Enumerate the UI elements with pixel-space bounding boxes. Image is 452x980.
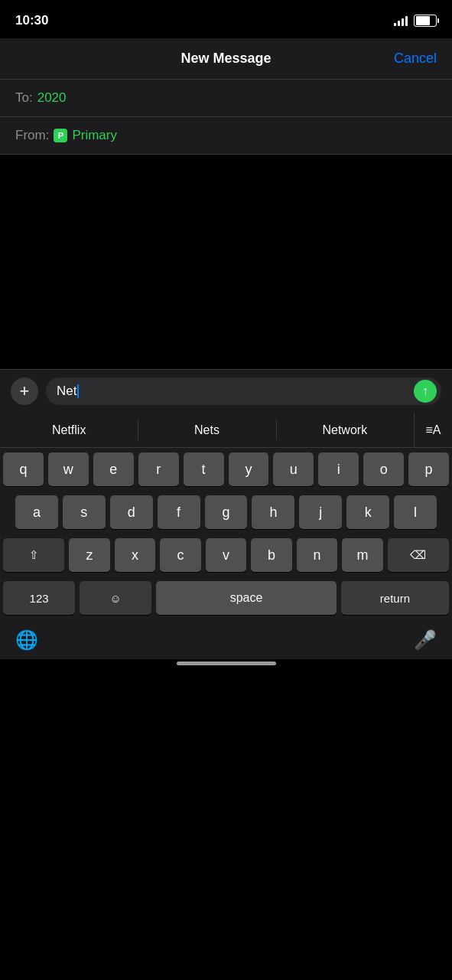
cancel-button[interactable]: Cancel xyxy=(394,51,437,67)
key-q[interactable]: q xyxy=(3,452,44,486)
autocomplete-format-button[interactable]: ≡A xyxy=(414,413,452,447)
send-button[interactable]: ↑ xyxy=(414,380,437,403)
compose-header: New Message Cancel xyxy=(0,38,452,80)
key-return[interactable]: return xyxy=(341,581,449,615)
key-p[interactable]: p xyxy=(408,452,449,486)
home-indicator xyxy=(177,662,276,665)
key-k[interactable]: k xyxy=(346,495,389,529)
keyboard-row-4: 123 ☺ space return xyxy=(0,577,452,619)
autocomplete-item-network[interactable]: Network xyxy=(276,413,414,447)
home-indicator-area xyxy=(0,659,452,671)
key-j[interactable]: j xyxy=(299,495,342,529)
key-x[interactable]: x xyxy=(115,538,156,572)
microphone-icon[interactable]: 🎤 xyxy=(414,629,437,651)
key-u[interactable]: u xyxy=(273,452,314,486)
plus-icon: + xyxy=(20,383,30,400)
key-w[interactable]: w xyxy=(48,452,89,486)
key-s[interactable]: s xyxy=(63,495,106,529)
key-d[interactable]: d xyxy=(110,495,153,529)
to-field-row[interactable]: To: 2020 xyxy=(0,80,452,117)
keyboard-row-3: ⇧ z x c v b n m ⌫ xyxy=(0,534,452,577)
key-emoji[interactable]: ☺ xyxy=(80,581,151,615)
key-r[interactable]: r xyxy=(138,452,179,486)
to-value: 2020 xyxy=(37,90,67,106)
from-label: From: xyxy=(15,128,49,143)
key-c[interactable]: c xyxy=(160,538,201,572)
key-shift[interactable]: ⇧ xyxy=(3,538,64,572)
keyboard-row-2: a s d f g h j k l xyxy=(0,491,452,534)
keyboard-bottom-bar: 🌐 🎤 xyxy=(0,619,452,659)
signal-icon xyxy=(394,15,408,26)
from-field-row[interactable]: From: P Primary xyxy=(0,117,452,155)
message-input[interactable]: Net ↑ xyxy=(46,377,441,405)
message-input-text: Net xyxy=(57,384,76,399)
message-body[interactable] xyxy=(0,155,452,369)
key-a[interactable]: a xyxy=(15,495,58,529)
key-m[interactable]: m xyxy=(342,538,383,572)
key-t[interactable]: t xyxy=(184,452,224,486)
status-icons: 81 xyxy=(394,15,437,27)
from-value: Primary xyxy=(72,128,117,143)
to-label: To: xyxy=(15,90,33,106)
key-space[interactable]: space xyxy=(156,581,336,615)
key-v[interactable]: v xyxy=(206,538,247,572)
keyboard-row-1: q w e r t y u i o p xyxy=(0,448,452,491)
autocomplete-item-netflix[interactable]: Netflix xyxy=(0,413,138,447)
compose-fields: To: 2020 From: P Primary xyxy=(0,80,452,155)
autocomplete-bar: Netflix Nets Network ≡A xyxy=(0,413,452,448)
add-attachment-button[interactable]: + xyxy=(11,377,38,405)
status-bar: 10:30 81 xyxy=(0,0,452,38)
header-title: New Message xyxy=(180,51,271,67)
input-bar: + Net ↑ xyxy=(0,369,452,413)
key-z[interactable]: z xyxy=(69,538,110,572)
key-i[interactable]: i xyxy=(318,452,359,486)
from-badge: P xyxy=(54,129,67,142)
key-delete[interactable]: ⌫ xyxy=(388,538,449,572)
key-l[interactable]: l xyxy=(394,495,437,529)
battery-icon: 81 xyxy=(414,15,437,27)
key-e[interactable]: e xyxy=(93,452,134,486)
status-time: 10:30 xyxy=(15,13,48,28)
key-n[interactable]: n xyxy=(297,538,338,572)
text-cursor xyxy=(77,384,79,398)
key-numbers[interactable]: 123 xyxy=(3,581,75,615)
key-f[interactable]: f xyxy=(158,495,200,529)
key-y[interactable]: y xyxy=(229,452,269,486)
autocomplete-item-nets[interactable]: Nets xyxy=(138,413,275,447)
send-icon: ↑ xyxy=(422,384,428,398)
key-h[interactable]: h xyxy=(252,495,294,529)
keyboard: q w e r t y u i o p a s d f g h j k l ⇧ … xyxy=(0,448,452,619)
key-o[interactable]: o xyxy=(363,452,404,486)
key-b[interactable]: b xyxy=(251,538,292,572)
globe-icon[interactable]: 🌐 xyxy=(15,629,38,651)
key-g[interactable]: g xyxy=(205,495,248,529)
